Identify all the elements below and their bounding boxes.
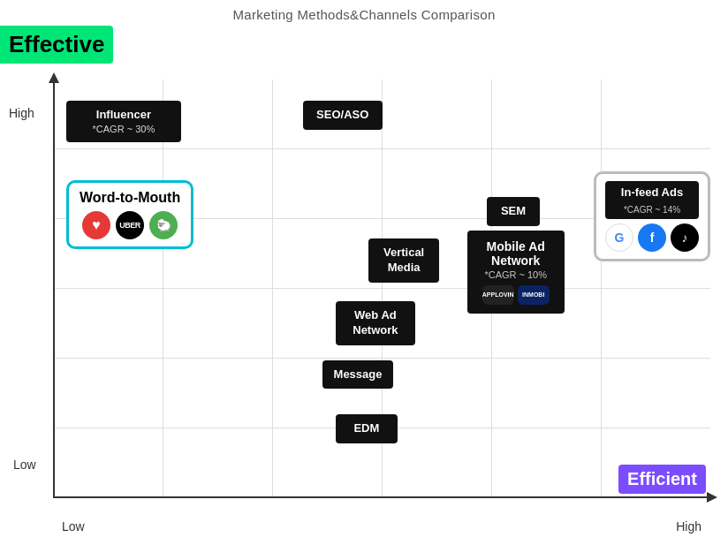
x-axis: [53, 496, 710, 498]
sem-label: SEM: [496, 204, 531, 219]
influencer-item: Influencer *CAGR ~ 30%: [66, 101, 181, 142]
infeed-ads-item: In-feed Ads *CAGR ~ 14% G f ♪: [594, 171, 710, 261]
facebook-logo: f: [638, 223, 666, 252]
influencer-label: Influencer: [75, 108, 172, 123]
x-axis-high-label: High: [676, 519, 701, 534]
vertical-media-label: VerticalMedia: [377, 246, 430, 276]
web-ad-network-item: Web AdNetwork: [336, 301, 415, 345]
infeed-logos: G f ♪: [605, 223, 699, 252]
web-ad-label: Web AdNetwork: [345, 308, 406, 338]
heart-logo: ♥: [82, 211, 110, 239]
applovin-logo: APPLOVIN: [482, 285, 514, 305]
y-axis-low-label: Low: [13, 458, 36, 472]
effective-label: Effective: [0, 26, 113, 64]
message-item: Message: [322, 360, 393, 390]
chart-title: Marketing Methods&Channels Comparison: [0, 0, 728, 22]
google-logo: G: [605, 223, 633, 252]
sheep-logo: 🐑: [149, 211, 178, 239]
message-label: Message: [331, 367, 384, 382]
edm-label: EDM: [345, 421, 389, 436]
word-to-mouth-logos: ♥ UBER 🐑: [80, 211, 180, 239]
chart-area: High Low Low High Efficient Influencer *…: [53, 79, 710, 498]
x-axis-low-label: Low: [62, 519, 85, 534]
mobile-ad-sub: *CAGR ~ 10%: [476, 269, 556, 280]
word-to-mouth-item: Word-to-Mouth ♥ UBER 🐑: [66, 180, 193, 249]
y-axis: [53, 79, 55, 498]
sem-item: SEM: [487, 197, 540, 226]
word-to-mouth-label: Word-to-Mouth: [80, 190, 180, 206]
mobile-ad-network-item: Mobile AdNetwork *CAGR ~ 10% APPLOVIN IN…: [467, 231, 565, 314]
mobile-ad-logos: APPLOVIN INMOBI: [476, 285, 556, 305]
edm-item: EDM: [336, 414, 398, 443]
tiktok-logo: ♪: [671, 223, 699, 252]
y-axis-high-label: High: [9, 106, 34, 120]
seo-aso-item: SEO/ASO: [303, 101, 383, 130]
seo-aso-label: SEO/ASO: [312, 108, 374, 123]
influencer-sub: *CAGR ~ 30%: [75, 123, 172, 135]
mobile-ad-label: Mobile AdNetwork: [476, 239, 556, 268]
infeed-label: In-feed Ads: [605, 181, 699, 203]
inmobi-logo: INMOBI: [518, 285, 550, 305]
vertical-media-item: VerticalMedia: [368, 238, 439, 283]
infeed-sub: *CAGR ~ 14%: [605, 203, 699, 219]
uber-logo: UBER: [116, 211, 144, 239]
efficient-label: Efficient: [618, 465, 706, 494]
